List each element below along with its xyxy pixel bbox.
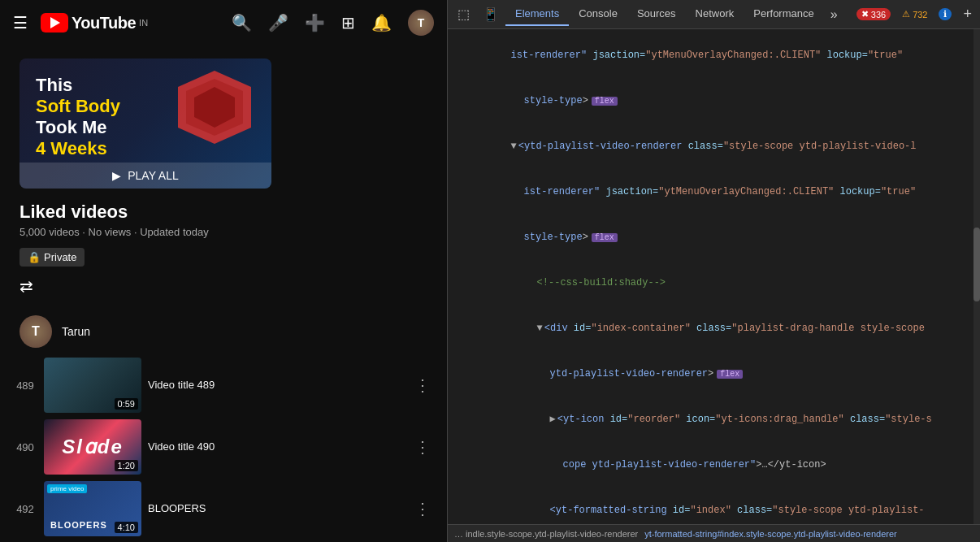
video-index: 492 [13,503,37,515]
info-icon: ℹ [943,9,947,20]
video-info: Video title 489 [148,379,405,392]
dom-line[interactable]: ist-renderer" jsaction="ytMenuOverlayCha… [448,169,980,215]
video-menu-button[interactable]: ⋮ [411,496,434,522]
video-info: BLOOPERS [148,502,405,516]
yt-logo-icon [41,13,68,33]
main-area: ☰ YouTube IN 🔍 🎤 ➕ ⊞ 🔔 T [0,0,980,542]
dom-line[interactable]: style-type>flex [448,78,980,124]
video-index: 490 [13,441,37,453]
yt-logo[interactable]: YouTube IN [41,13,148,33]
playlist-meta: 5,000 videos · No views · Updated today [20,226,427,238]
devtools-tab-right: ✖ 336 ⚠ 732 ℹ + [856,4,977,24]
dom-line[interactable]: <ytd-playlist-video-renderer class="styl… [448,124,980,169]
channel-row: T Tarun [0,309,447,354]
error-icon: ✖ [861,9,869,20]
yt-header: ☰ YouTube IN 🔍 🎤 ➕ ⊞ 🔔 T [0,0,447,46]
tree-triangle[interactable] [550,414,556,425]
dom-line[interactable]: style-type>flex [448,215,980,260]
tab-console[interactable]: Console [569,2,627,26]
shuffle-button[interactable]: ⇄ [20,277,33,295]
youtube-panel: ☰ YouTube IN 🔍 🎤 ➕ ⊞ 🔔 T [0,0,447,542]
hamburger-icon[interactable]: ☰ [13,13,28,33]
channel-avatar[interactable]: T [20,315,52,348]
devtools-panel: ⬚ 📱 Elements Console Sources Network Per… [447,0,980,542]
warn-badge: ⚠ 732 [897,8,932,20]
yt-logo-country: IN [139,18,148,28]
video-thumbnail: BLOOPERS prime video 4:10 [44,481,141,536]
video-title: Video title 489 [148,379,405,392]
channel-name: Tarun [62,325,90,338]
info-badge: ℹ [939,8,952,20]
play-all-button[interactable]: ▶ PLAY ALL [20,163,271,189]
more-tabs-icon[interactable]: » [824,4,844,25]
warn-count: 732 [913,10,927,20]
video-duration: 1:20 [115,460,138,471]
prime-video-badge: prime video [47,484,87,493]
dom-line[interactable]: ytd-playlist-video-renderer>flex [448,351,980,397]
devtools-scrollbar[interactable] [973,29,980,524]
video-title: BLOOPERS [148,502,405,516]
devtools-inspect-icon[interactable]: ⬚ [451,3,476,25]
tab-performance[interactable]: Performance [744,2,823,26]
tree-triangle[interactable] [537,323,543,334]
error-badge: ✖ 336 [856,8,891,20]
list-item[interactable]: 490 Slɑde 1:20 Video title 490 ⋮ [0,416,447,478]
tab-sources[interactable]: Sources [627,2,686,26]
error-count: 336 [871,10,886,20]
video-list: 489 0:59 Video title 489 ⋮ 490 Slɑde 1:2… [0,354,447,542]
scrollbar-thumb[interactable] [973,228,980,301]
mic-icon[interactable]: 🎤 [268,13,288,33]
devtools-statusbar: … indle.style-scope.ytd-playlist-video-r… [448,524,980,542]
header-right: 🔍 🎤 ➕ ⊞ 🔔 T [232,10,434,36]
dom-line[interactable]: <!--css-build:shady--> [448,260,980,306]
warn-icon: ⚠ [902,9,910,20]
tab-network[interactable]: Network [686,2,744,26]
playlist-info: This Soft Body Took Me 4 Weeks ▶ PLAY AL… [0,46,447,309]
video-info: Video title 490 [148,440,405,454]
add-tab-button[interactable]: + [958,4,977,24]
dom-tree[interactable]: ist-renderer" jsaction="ytMenuOverlayCha… [448,29,980,524]
lock-icon: 🔒 [28,251,41,263]
create-icon[interactable]: ➕ [305,13,325,33]
playlist-title: Liked videos [20,202,427,223]
video-thumbnail: 0:59 [44,358,141,413]
tree-triangle[interactable] [511,141,517,152]
playlist-thumbnail: This Soft Body Took Me 4 Weeks ▶ PLAY AL… [20,59,271,189]
apps-icon[interactable]: ⊞ [341,13,355,33]
dom-line[interactable]: ist-renderer" jsaction="ytMenuOverlayCha… [448,33,980,78]
yt-logo-text: YouTube [72,14,136,33]
video-menu-button[interactable]: ⋮ [411,372,434,398]
tab-elements[interactable]: Elements [505,2,569,26]
notifications-icon[interactable]: 🔔 [371,13,392,33]
geometric-shape [174,67,255,148]
list-item[interactable]: 492 BLOOPERS prime video 4:10 BLOOPERS ⋮ [0,478,447,540]
list-item[interactable]: 489 0:59 Video title 489 ⋮ [0,354,447,416]
dom-line[interactable]: cope ytd-playlist-video-renderer">…</yt-… [448,442,980,488]
video-menu-button[interactable]: ⋮ [411,434,434,460]
video-thumbnail: Slɑde 1:20 [44,419,141,475]
status-item-1: … indle.style-scope.ytd-playlist-video-r… [454,529,638,539]
header-left: ☰ YouTube IN [13,13,148,33]
video-duration: 0:59 [115,398,138,410]
devtools-tabs: ⬚ 📱 Elements Console Sources Network Per… [448,0,980,29]
devtools-device-icon[interactable]: 📱 [476,3,505,25]
avatar[interactable]: T [408,10,434,36]
video-duration: 4:10 [115,522,138,533]
private-badge: 🔒 Private [20,248,85,267]
thumbnail-text: This Soft Body Took Me 4 Weeks [36,75,120,159]
dom-line[interactable]: <yt-formatted-string id="index" class="s… [448,488,980,524]
status-item-2: yt-formatted-string#index.style-scope.yt… [644,529,897,539]
video-index: 489 [13,379,37,392]
dom-line[interactable]: <div id="index-container" class="playlis… [448,306,980,351]
search-icon[interactable]: 🔍 [232,13,252,33]
video-title: Video title 490 [148,440,405,454]
dom-line[interactable]: <yt-icon id="reorder" icon="yt-icons:dra… [448,397,980,442]
